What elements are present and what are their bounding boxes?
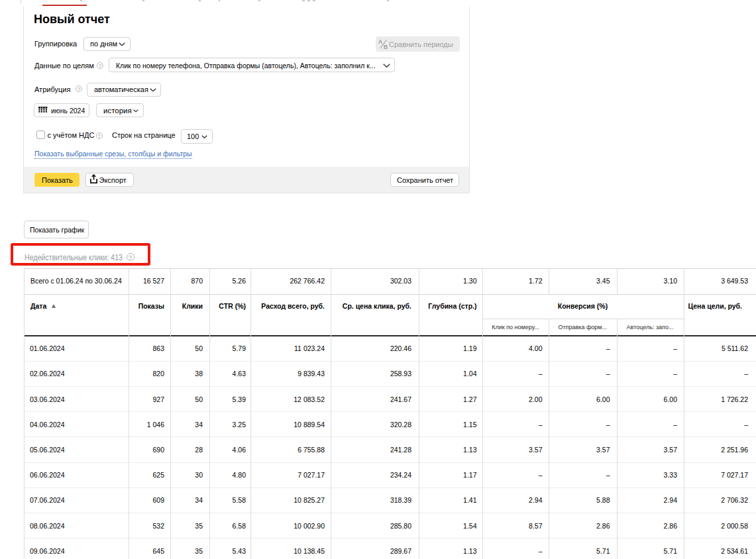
svg-text:A: A: [378, 38, 382, 45]
svg-text:B: B: [384, 44, 388, 50]
